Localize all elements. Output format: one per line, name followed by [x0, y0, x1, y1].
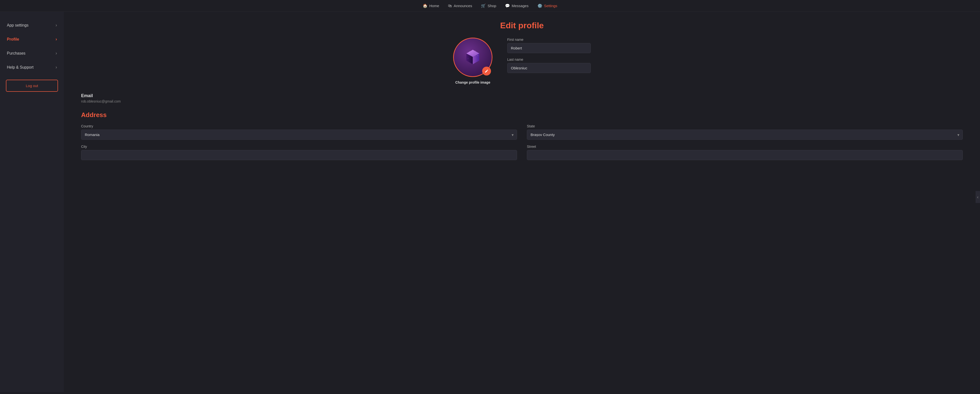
- name-fields: First name Last name: [507, 38, 591, 73]
- avatar-wrapper: [453, 38, 492, 77]
- sidebar-item-purchases[interactable]: Purchases ›: [0, 47, 64, 60]
- top-nav: 🏠 Home 🛍 Announces 🛒 Shop 💬 Messages ⚙️ …: [0, 0, 980, 12]
- nav-announces-label: Announces: [453, 4, 472, 8]
- sidebar-item-profile[interactable]: Profile ›: [0, 33, 64, 46]
- profile-top-section: Change profile image First name Last nam…: [79, 38, 965, 85]
- address-title: Address: [81, 111, 963, 119]
- last-name-group: Last name: [507, 57, 591, 73]
- sidebar-item-help-support[interactable]: Help & Support ›: [0, 61, 64, 74]
- first-name-input[interactable]: [507, 43, 591, 53]
- home-icon: 🏠: [423, 3, 428, 8]
- announces-icon: 🛍: [448, 4, 452, 8]
- country-select-wrapper: Romania Germany France United States: [81, 129, 517, 140]
- country-select[interactable]: Romania Germany France United States: [81, 129, 517, 140]
- main-layout: App settings › Profile › Purchases › Hel…: [0, 12, 980, 392]
- edit-avatar-button[interactable]: [482, 67, 491, 75]
- city-group: City: [81, 145, 517, 160]
- state-label: State: [527, 124, 963, 128]
- nav-shop[interactable]: 🛒 Shop: [481, 3, 496, 8]
- email-value: rob.oblesniuc@gmail.com: [81, 99, 963, 103]
- svg-point-7: [475, 51, 476, 51]
- sidebar-profile-label: Profile: [7, 37, 19, 41]
- nav-home[interactable]: 🏠 Home: [423, 3, 439, 8]
- avatar-cube: [462, 46, 484, 69]
- svg-point-8: [477, 55, 478, 56]
- logout-button[interactable]: Log out: [6, 80, 58, 92]
- profile-content: Edit profile: [64, 12, 980, 392]
- pencil-icon: [485, 69, 488, 73]
- sidebar-item-app-settings[interactable]: App settings ›: [0, 19, 64, 32]
- chevron-right-icon-help: ›: [56, 65, 57, 70]
- city-input[interactable]: [81, 150, 517, 160]
- sidebar-purchases-label: Purchases: [7, 51, 25, 56]
- collapse-button[interactable]: ‹: [975, 191, 980, 203]
- nav-settings[interactable]: ⚙️ Settings: [538, 3, 557, 8]
- address-grid: Country Romania Germany France United St…: [81, 124, 963, 160]
- chevron-right-icon-purchases: ›: [56, 51, 57, 56]
- nav-messages-label: Messages: [512, 4, 528, 8]
- chevron-right-icon: ›: [56, 22, 57, 28]
- messages-icon: 💬: [505, 3, 510, 8]
- first-name-label: First name: [507, 38, 591, 41]
- svg-point-6: [469, 52, 470, 52]
- profile-image-section: Change profile image: [453, 38, 492, 85]
- country-label: Country: [81, 124, 517, 128]
- street-group: Street: [527, 145, 963, 160]
- city-label: City: [81, 145, 517, 148]
- page-title: Edit profile: [79, 21, 965, 30]
- first-name-group: First name: [507, 38, 591, 53]
- chevron-right-icon-profile: ›: [56, 37, 57, 42]
- street-input[interactable]: [527, 150, 963, 160]
- last-name-input[interactable]: [507, 63, 591, 73]
- cube-svg: [462, 46, 484, 68]
- settings-icon: ⚙️: [538, 3, 542, 8]
- nav-settings-label: Settings: [544, 4, 557, 8]
- nav-shop-label: Shop: [488, 4, 496, 8]
- shop-icon: 🛒: [481, 3, 486, 8]
- email-section: Email rob.oblesniuc@gmail.com: [79, 93, 965, 103]
- change-image-label: Change profile image: [455, 80, 490, 85]
- nav-messages[interactable]: 💬 Messages: [505, 3, 528, 8]
- sidebar-app-settings-label: App settings: [7, 23, 29, 27]
- sidebar: App settings › Profile › Purchases › Hel…: [0, 12, 64, 392]
- street-label: Street: [527, 145, 963, 148]
- sidebar-help-label: Help & Support: [7, 65, 33, 70]
- country-group: Country Romania Germany France United St…: [81, 124, 517, 140]
- state-select[interactable]: Brașov County Cluj County Bucharest: [527, 129, 963, 140]
- last-name-label: Last name: [507, 57, 591, 62]
- nav-announces[interactable]: 🛍 Announces: [448, 4, 472, 8]
- email-title: Email: [81, 93, 963, 98]
- address-section: Address Country Romania Germany France U…: [79, 111, 965, 160]
- svg-point-9: [468, 58, 468, 59]
- state-group: State Brașov County Cluj County Buchares…: [527, 124, 963, 140]
- state-select-wrapper: Brașov County Cluj County Bucharest: [527, 129, 963, 140]
- nav-home-label: Home: [429, 4, 439, 8]
